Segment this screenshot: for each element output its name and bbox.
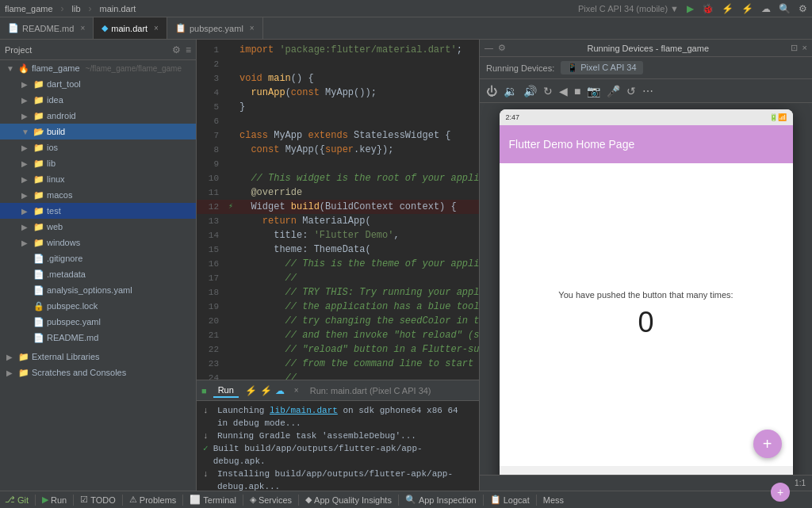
status-mess[interactable]: Mess: [543, 495, 564, 505]
status-divider-3: [122, 495, 123, 506]
device-rotate-icon[interactable]: ↻: [543, 85, 553, 97]
device-mic-icon[interactable]: 🎤: [607, 85, 620, 97]
tree-web-label: web: [47, 222, 63, 231]
device-power-icon[interactable]: ⏻: [486, 85, 497, 97]
tree-linux[interactable]: ▶ 📁 linux: [0, 171, 196, 187]
status-problems[interactable]: ⚠ Problems: [129, 495, 176, 505]
device-panel: — ⚙ Running Devices - flame_game ⊡ × Run…: [479, 40, 812, 491]
device-more-icon[interactable]: ⋯: [642, 85, 653, 97]
status-todo[interactable]: ☑ TODO: [80, 495, 116, 505]
tabs-bar: 📄 README.md × ◆ main.dart × 📋 pubspec.ya…: [0, 17, 812, 40]
device-nav-phone-icon[interactable]: 📞: [708, 475, 724, 476]
code-line-18: 18 // TRY THIS: Try running your applica…: [197, 285, 479, 300]
device-settings-icon[interactable]: ⚙: [498, 43, 506, 53]
device-time: 2:47: [506, 113, 520, 121]
sidebar: Project ⚙ ≡ ▼ 🔥 flame_game ~/flame_game/…: [0, 40, 197, 491]
tree-scratches[interactable]: ▶ 📁 Scratches and Consoles: [0, 365, 196, 380]
tree-android-arrow: ▶: [21, 112, 31, 120]
device-fab[interactable]: +: [753, 430, 782, 458]
tree-web-arrow: ▶: [21, 223, 31, 231]
device-nav-chrome-icon[interactable]: ◎: [600, 475, 611, 476]
run-arrow-2: ↓: [203, 430, 213, 442]
run-log-1: ↓ Launching lib/main.dart on sdk gphone6…: [203, 404, 473, 430]
tab-main-dart[interactable]: ◆ main.dart ×: [94, 17, 167, 39]
device-nav-youtube-icon[interactable]: ▶: [636, 475, 645, 476]
dart-icon: ◆: [102, 23, 108, 33]
tab-main-dart-close[interactable]: ×: [154, 24, 159, 32]
tree-pubspec-lock[interactable]: ▶ 🔒 pubspec.lock: [0, 298, 196, 314]
device-panel-header: — ⚙ Running Devices - flame_game ⊡ ×: [480, 40, 812, 57]
status-logcat[interactable]: 📋 Logcat: [490, 495, 530, 505]
status-git[interactable]: ⎇ Git: [5, 495, 29, 505]
status-app-inspection[interactable]: 🔍 App Inspection: [405, 495, 477, 505]
folder-icon-test: 📁: [33, 206, 44, 216]
run-tab[interactable]: Run: [213, 384, 239, 398]
device-panel-right-controls: ⊡ ×: [791, 43, 807, 53]
status-services[interactable]: ◈ Services: [250, 495, 292, 505]
tab-readme[interactable]: 📄 README.md ×: [0, 17, 94, 39]
device-badge[interactable]: 📱 Pixel C API 34: [561, 61, 642, 74]
run-tab-close[interactable]: ×: [294, 386, 299, 395]
device-nav-mail-icon[interactable]: ✉: [565, 475, 575, 476]
device-stop-icon[interactable]: ■: [574, 85, 580, 97]
folder-icon-lib: 📁: [33, 159, 44, 169]
tree-metadata[interactable]: ▶ 📄 .metadata: [0, 266, 196, 282]
run-lightning2-icon[interactable]: ⚡: [260, 385, 272, 396]
device-vol-down-icon[interactable]: 🔉: [504, 85, 517, 97]
git-icon: ⎇: [5, 495, 15, 505]
code-view[interactable]: 1 import 'package:flutter/material.dart'…: [197, 40, 479, 380]
tree-gitignore[interactable]: ▶ 📄 .gitignore: [0, 250, 196, 266]
tree-web[interactable]: ▶ 📁 web: [0, 219, 196, 235]
tree-readme[interactable]: ▶ 📄 README.md: [0, 330, 196, 346]
device-nav-apps-icon[interactable]: ⋯: [527, 475, 540, 476]
device-back-icon[interactable]: ◀: [559, 85, 568, 97]
device-counter-text: You have pushed the button that many tim…: [558, 290, 733, 300]
run-lightning1-icon[interactable]: ⚡: [245, 385, 257, 396]
run-arrow-1: ↓: [203, 404, 213, 417]
tree-lib[interactable]: ▶ 📁 lib: [0, 155, 196, 171]
device-close-icon[interactable]: ×: [802, 43, 807, 53]
device-status-icons: 🔋📶: [769, 113, 787, 121]
device-nav-browser-icon[interactable]: 🌐: [749, 475, 764, 476]
tree-idea[interactable]: ▶ 📁 idea: [0, 92, 196, 108]
device-expand-icon[interactable]: ⊡: [791, 43, 798, 53]
top-bar-project[interactable]: flame_game: [5, 4, 53, 13]
status-terminal[interactable]: ⬜ Terminal: [190, 495, 236, 505]
sidebar-collapse-icon[interactable]: ≡: [186, 44, 191, 55]
device-app-title: Flutter Demo Home Page: [509, 138, 635, 151]
tree-dart-tool[interactable]: ▶ 📁 dart_tool: [0, 76, 196, 92]
tree-android[interactable]: ▶ 📁 android: [0, 108, 196, 124]
device-vol-up-icon[interactable]: 🔊: [523, 85, 537, 97]
run-content: ↓ Launching lib/main.dart on sdk gphone6…: [197, 401, 479, 491]
run-cloud-icon[interactable]: ☁: [275, 385, 285, 396]
tab-pubspec-close[interactable]: ×: [250, 24, 255, 32]
tree-analysis[interactable]: ▶ 📄 analysis_options.yaml: [0, 282, 196, 298]
yaml-icon: 📋: [175, 23, 186, 33]
tree-macos[interactable]: ▶ 📁 macos: [0, 187, 196, 203]
running-devices-label: Running Devices:: [486, 63, 554, 73]
run-stop-icon[interactable]: ■: [201, 386, 207, 395]
code-line-5: 5 }: [197, 100, 479, 114]
tree-root[interactable]: ▼ 🔥 flame_game ~/flame_game/flame_game: [0, 60, 196, 76]
device-refresh-icon[interactable]: ↺: [626, 85, 636, 97]
top-bar-lib[interactable]: lib: [72, 4, 81, 13]
tab-pubspec-label: pubspec.yaml: [190, 24, 243, 33]
tree-pubspec-yaml[interactable]: ▶ 📄 pubspec.yaml: [0, 314, 196, 330]
tree-ios[interactable]: ▶ 📁 ios: [0, 139, 196, 155]
status-run[interactable]: ▶ Run: [42, 495, 67, 505]
run-log-3: ✓ Built build/app/outputs/flutter-apk/ap…: [203, 442, 473, 468]
device-camera-icon[interactable]: 📷: [587, 85, 600, 97]
tab-pubspec[interactable]: 📋 pubspec.yaml ×: [167, 17, 263, 39]
device-minimize-icon[interactable]: —: [485, 43, 493, 53]
code-line-15: 15 theme: ThemeData(: [197, 243, 479, 257]
tree-test[interactable]: ▶ 📁 test: [0, 203, 196, 219]
tree-windows[interactable]: ▶ 📁 windows: [0, 235, 196, 250]
tree-external-libs[interactable]: ▶ 📁 External Libraries: [0, 349, 196, 365]
sidebar-header: Project ⚙ ≡: [0, 40, 196, 60]
top-bar-file[interactable]: main.dart: [100, 4, 136, 13]
sidebar-settings-icon[interactable]: ⚙: [172, 44, 181, 55]
tab-readme-close[interactable]: ×: [80, 24, 85, 32]
tree-build[interactable]: ▼ 📂 build: [0, 124, 196, 139]
status-app-quality[interactable]: ◆ App Quality Insights: [305, 495, 392, 505]
run-panel-tabs: ■ Run ⚡ ⚡ ☁ × Run: main.dart (Pixel C AP…: [197, 380, 479, 401]
